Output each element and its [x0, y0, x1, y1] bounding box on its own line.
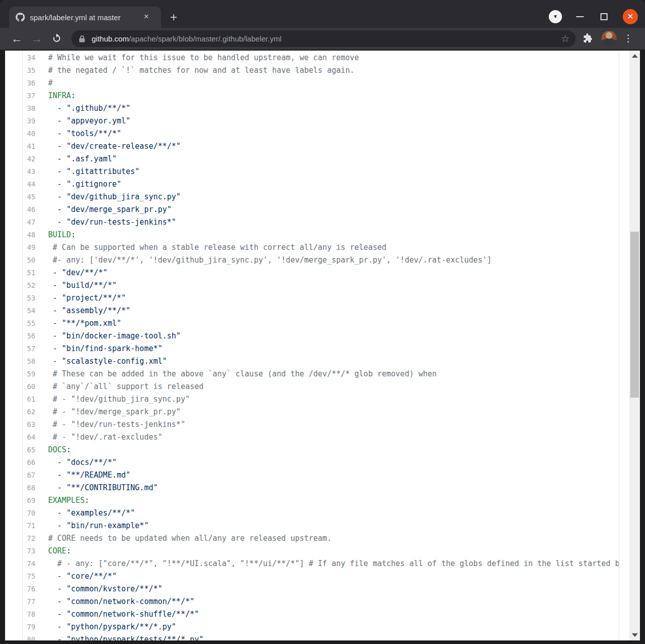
url-text: github.com/apache/spark/blob/master/.git…: [92, 34, 557, 43]
scroll-down-arrow-icon[interactable]: [632, 633, 638, 637]
line-number[interactable]: 65: [5, 444, 48, 456]
line-number[interactable]: 59: [5, 368, 48, 380]
tab-close-icon[interactable]: ×: [141, 12, 151, 22]
line-number[interactable]: 58: [5, 355, 48, 368]
code-token-k: CORE: [48, 546, 66, 555]
code-token-s: "bin/run-example*": [66, 521, 149, 530]
line-number[interactable]: 76: [5, 583, 48, 595]
line-number[interactable]: 37: [5, 90, 48, 102]
line-number[interactable]: 34: [5, 52, 48, 64]
line-number[interactable]: 51: [5, 267, 48, 279]
line-number[interactable]: 39: [5, 115, 48, 127]
code-text: # Can be supported when a stable release…: [48, 241, 619, 254]
line-number[interactable]: 60: [5, 380, 48, 393]
line-number[interactable]: 61: [5, 393, 48, 406]
scrollbar-thumb[interactable]: [630, 232, 639, 398]
profile-avatar[interactable]: [601, 31, 617, 46]
code-text: - "**/*pom.xml": [48, 317, 619, 330]
line-number[interactable]: 77: [5, 595, 48, 608]
code-token-p: -: [48, 205, 66, 214]
new-tab-button[interactable]: +: [167, 11, 180, 24]
line-number[interactable]: 49: [5, 241, 48, 254]
code-text: EXAMPLES:: [48, 494, 619, 507]
line-number[interactable]: 70: [5, 507, 48, 520]
code-text: - "dev/run-tests-jenkins*": [48, 216, 619, 229]
forward-button[interactable]: →: [29, 31, 44, 46]
line-number[interactable]: 69: [5, 494, 48, 507]
maximize-button[interactable]: [600, 13, 608, 20]
line-number[interactable]: 68: [5, 482, 48, 494]
line-number[interactable]: 75: [5, 570, 48, 583]
line-number[interactable]: 46: [5, 203, 48, 216]
code-token-s: "python/pyspark/**/*.py": [66, 622, 176, 631]
browser-menu-icon[interactable]: ⋮: [622, 31, 635, 46]
code-token-s: ".asf.yaml": [66, 154, 116, 163]
line-number[interactable]: 48: [5, 229, 48, 241]
line-number[interactable]: 64: [5, 431, 48, 444]
window-close-button[interactable]: ×: [623, 9, 638, 24]
reload-button[interactable]: [50, 31, 64, 46]
code-text: - "project/**/*": [48, 292, 619, 305]
back-button[interactable]: ←: [10, 31, 24, 46]
code-line: 67 - "**/README.md": [5, 469, 619, 482]
scroll-up-arrow-icon[interactable]: [632, 54, 638, 58]
code-line: 48BUILD:: [5, 229, 619, 241]
line-number[interactable]: 79: [5, 621, 48, 633]
bookmark-star-icon[interactable]: ☆: [561, 33, 570, 45]
line-number[interactable]: 50: [5, 254, 48, 267]
line-number[interactable]: 45: [5, 191, 48, 203]
code-text: # `any`/`all` support is released: [48, 380, 619, 393]
line-number[interactable]: 71: [5, 520, 48, 532]
code-text: - "bin/run-example*": [48, 520, 619, 532]
tab-title: spark/labeler.yml at master: [30, 13, 140, 22]
line-number[interactable]: 78: [5, 608, 48, 621]
line-number[interactable]: 67: [5, 469, 48, 482]
address-bar[interactable]: github.com/apache/spark/blob/master/.git…: [71, 30, 576, 47]
extensions-button[interactable]: [582, 32, 595, 45]
line-number[interactable]: 43: [5, 165, 48, 178]
code-text: - "dev/create-release/**/*": [48, 140, 619, 153]
line-number[interactable]: 73: [5, 545, 48, 557]
line-number[interactable]: 44: [5, 178, 48, 191]
code-token-p: -: [48, 521, 66, 530]
line-number[interactable]: 74: [5, 557, 48, 570]
line-number[interactable]: 36: [5, 77, 48, 90]
code-token-s: "common/kvstore/**/*": [66, 584, 163, 593]
line-number[interactable]: 63: [5, 418, 48, 431]
tab-search-button[interactable]: ▼: [549, 10, 562, 23]
code-line: 46 - "dev/merge_spark_pr.py": [5, 203, 619, 216]
line-number[interactable]: 42: [5, 153, 48, 165]
line-number[interactable]: 40: [5, 127, 48, 140]
code-line: 61 # - "!dev/github_jira_sync.py": [5, 393, 619, 406]
browser-toolbar: ← → github.com/apache/spark/blob/master/…: [0, 28, 645, 50]
code-token-p: -: [48, 281, 62, 290]
line-number[interactable]: 53: [5, 292, 48, 305]
line-number[interactable]: 72: [5, 532, 48, 545]
line-number[interactable]: 54: [5, 305, 48, 317]
code-text: BUILD:: [48, 229, 619, 241]
line-number[interactable]: 41: [5, 140, 48, 153]
browser-tab[interactable]: spark/labeler.yml at master ×: [9, 7, 161, 28]
minimize-button[interactable]: [576, 16, 584, 17]
line-number[interactable]: 52: [5, 279, 48, 292]
code-token-s: "dev/github_jira_sync.py": [66, 192, 181, 201]
line-number[interactable]: 66: [5, 456, 48, 469]
code-text: CORE:: [48, 545, 619, 557]
line-number[interactable]: 38: [5, 102, 48, 115]
line-number[interactable]: 80: [5, 633, 48, 640]
code-token-s: "examples/**/*": [66, 508, 135, 518]
line-number[interactable]: 56: [5, 330, 48, 342]
code-text: #: [48, 77, 619, 90]
code-line: 51 - "dev/**/*": [5, 267, 619, 279]
code-text: - "common/network-shuffle/**/*": [48, 608, 619, 621]
scrollbar[interactable]: [629, 51, 640, 640]
line-number[interactable]: 55: [5, 317, 48, 330]
code-line: 79 - "python/pyspark/**/*.py": [5, 621, 619, 633]
code-token-s: "bin/docker-image-tool.sh": [62, 331, 181, 340]
line-number[interactable]: 62: [5, 406, 48, 418]
code-line: 65DOCS:: [5, 444, 619, 456]
line-number[interactable]: 35: [5, 64, 48, 77]
reload-icon: [52, 33, 62, 44]
line-number[interactable]: 57: [5, 342, 48, 355]
line-number[interactable]: 47: [5, 216, 48, 229]
